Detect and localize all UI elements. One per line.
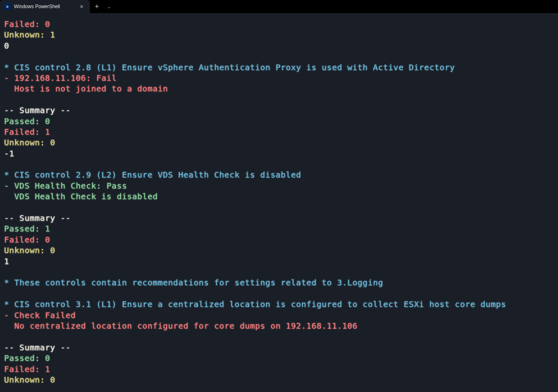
- terminal-line: [4, 331, 554, 342]
- terminal-tab[interactable]: > Windows PowerShell ×: [0, 0, 90, 13]
- window-titlebar: > Windows PowerShell × + ⌄: [0, 0, 558, 13]
- terminal-line: [4, 267, 554, 277]
- terminal-line: [4, 51, 554, 62]
- terminal-line: Failed: 0: [4, 19, 554, 29]
- terminal-line: * CIS control 2.9 (L2) Ensure VDS Health…: [4, 169, 554, 180]
- terminal-line: * CIS control 2.8 (L1) Ensure vSphere Au…: [4, 62, 554, 73]
- terminal-line: * These controls contain recommendations…: [4, 277, 554, 288]
- terminal-line: -- Summary --: [4, 342, 554, 353]
- terminal-line: - Check Failed: [4, 310, 554, 321]
- terminal-line: Unknown: 0: [4, 245, 554, 256]
- terminal-line: -- Summary --: [4, 213, 554, 223]
- terminal-line: VDS Health Check is disabled: [4, 191, 554, 202]
- terminal-line: No centralized location configured for c…: [4, 321, 554, 331]
- terminal-line: Passed: 1: [4, 223, 554, 234]
- terminal-line: 1: [4, 256, 554, 267]
- new-tab-button[interactable]: +: [90, 2, 104, 11]
- tab-dropdown-button[interactable]: ⌄: [104, 4, 114, 9]
- terminal-line: Failed: 1: [4, 364, 554, 374]
- terminal-line: Passed: 0: [4, 353, 554, 363]
- close-tab-button[interactable]: ×: [78, 2, 86, 11]
- terminal-line: - VDS Health Check: Pass: [4, 180, 554, 191]
- terminal-line: * CIS control 3.1 (L1) Ensure a centrali…: [4, 299, 554, 310]
- terminal-line: - 192.168.11.106: Fail: [4, 73, 554, 83]
- terminal-line: Host is not joined to a domain: [4, 83, 554, 94]
- terminal-line: [4, 202, 554, 213]
- terminal-line: [4, 288, 554, 299]
- terminal-line: -1: [4, 148, 554, 159]
- terminal-output[interactable]: Failed: 0Unknown: 10* CIS control 2.8 (L…: [0, 13, 558, 392]
- terminal-line: Failed: 1: [4, 127, 554, 137]
- terminal-line: Failed: 0: [4, 234, 554, 245]
- powershell-icon: >: [4, 3, 11, 10]
- tab-title: Windows PowerShell: [14, 4, 78, 9]
- terminal-line: 0: [4, 40, 554, 51]
- terminal-line: Unknown: 0: [4, 374, 554, 385]
- terminal-line: Unknown: 1: [4, 29, 554, 40]
- terminal-line: Passed: 0: [4, 116, 554, 127]
- terminal-line: -- Summary --: [4, 105, 554, 116]
- terminal-line: [4, 94, 554, 105]
- terminal-line: [4, 159, 554, 169]
- terminal-line: Unknown: 0: [4, 137, 554, 148]
